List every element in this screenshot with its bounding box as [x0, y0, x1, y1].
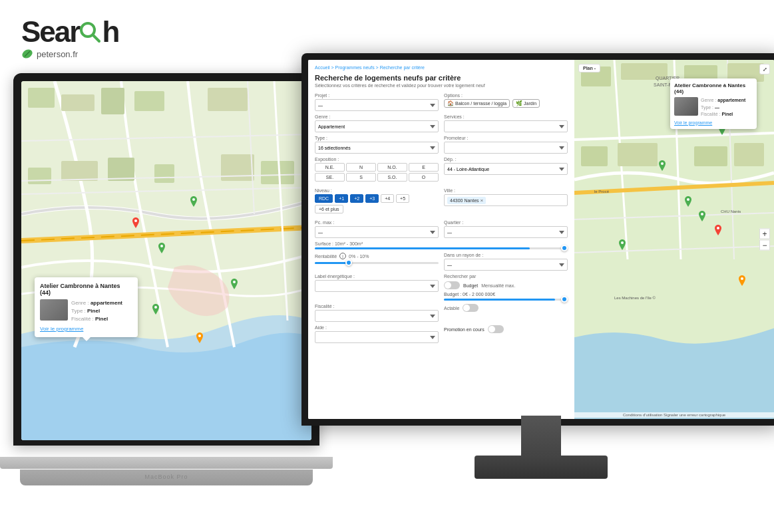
actable-toggle[interactable]: [463, 304, 479, 312]
rechercher-par-label: Rechercher par: [444, 274, 476, 279]
label-energetique-label: Label énergétique :: [315, 274, 439, 279]
surface-label: Surface : 10m² - 300m²: [315, 241, 568, 246]
svg-rect-41: [734, 143, 764, 166]
promotion-toggle[interactable]: [488, 325, 504, 333]
svg-point-26: [198, 334, 201, 337]
actable-row: Actable: [444, 304, 568, 312]
monitor-pin-3[interactable]: [684, 196, 692, 207]
rayon-select[interactable]: —: [444, 259, 568, 271]
monitor-pin-1[interactable]: [658, 160, 666, 171]
map-pin-3[interactable]: [230, 279, 238, 289]
budget-slider[interactable]: [444, 299, 568, 301]
exposure-no[interactable]: N.O.: [377, 163, 407, 172]
svg-text:le Procé: le Procé: [594, 190, 610, 194]
exposure-ne[interactable]: N.E.: [315, 163, 345, 172]
niveau-rdc[interactable]: RDC: [315, 194, 333, 203]
exposure-so[interactable]: S.O.: [377, 173, 407, 182]
niveau-3[interactable]: +3: [365, 194, 379, 203]
label-energetique-select[interactable]: [315, 280, 439, 292]
map-pin-4[interactable]: [132, 217, 140, 228]
budget-toggle[interactable]: [444, 281, 460, 289]
logo-search-h: h: [102, 17, 118, 47]
monitor-pin-6[interactable]: [618, 239, 626, 250]
genre-select[interactable]: Appartement: [315, 120, 439, 132]
map-pin-1[interactable]: [158, 243, 166, 253]
ville-input[interactable]: 44300 Nantes ×: [444, 194, 568, 206]
svg-point-21: [160, 245, 163, 247]
breadcrumb: Accueil > Programmes neufs > Recherche p…: [315, 65, 568, 70]
fiscalite-select[interactable]: [315, 310, 439, 322]
options-label: Options :: [444, 93, 568, 98]
monitor-pin-7[interactable]: [738, 275, 746, 286]
exposure-grid: N.E. N N.O. E SE. S S.O. O: [315, 163, 439, 182]
map-fullscreen-button[interactable]: ⤢: [759, 64, 770, 74]
svg-rect-7: [101, 88, 124, 114]
aide-label: Aide :: [315, 325, 439, 330]
option-jardin[interactable]: 🌿 Jardin: [512, 99, 540, 108]
svg-rect-10: [28, 168, 51, 184]
aide-select[interactable]: [315, 331, 439, 343]
svg-rect-11: [61, 161, 98, 181]
zoom-in-button[interactable]: +: [759, 229, 770, 239]
option-balcon[interactable]: 🏠 Balcon / terrasse / loggia: [444, 99, 510, 108]
monitor-popup-link[interactable]: Voir le programme: [674, 120, 753, 125]
map-pin-6[interactable]: [196, 332, 204, 343]
niveau-6plus[interactable]: +6 et plus: [315, 205, 343, 213]
type-select[interactable]: 16 sélectionnés: [315, 142, 439, 154]
surface-slider[interactable]: [315, 247, 568, 249]
niveau-1[interactable]: +1: [335, 194, 348, 203]
svg-point-54: [621, 241, 624, 244]
monitor-map-panel: QUARTIER SAINT-FÉLIX Île de Versailles l…: [574, 60, 774, 419]
promotion-label: Promotion en cours: [444, 327, 484, 332]
promotion-row: Promotion en cours: [444, 325, 568, 333]
mensualite-row: Budget Mensualité max.: [444, 281, 568, 289]
niveau-2[interactable]: +2: [350, 194, 363, 203]
exposition-label: Exposition :: [315, 157, 439, 162]
laptop-map: Atelier Cambronne à Nantes (44) Genre : …: [21, 81, 311, 440]
exposure-n[interactable]: N: [346, 163, 376, 172]
pc-max-select[interactable]: —: [315, 226, 439, 238]
map-zoom-controls: + −: [759, 229, 770, 251]
monitor-screen-outer: Accueil > Programmes neufs > Recherche p…: [301, 53, 774, 426]
laptop-popup-link[interactable]: Voir le programme: [40, 326, 132, 332]
map-pin-2[interactable]: [190, 196, 198, 207]
laptop-popup-title: Atelier Cambronne à Nantes (44): [40, 283, 132, 296]
ville-tag-remove[interactable]: ×: [481, 198, 484, 203]
ville-tag: 44300 Nantes ×: [447, 197, 486, 204]
exposure-s[interactable]: S: [346, 173, 376, 182]
svg-point-53: [717, 227, 719, 229]
exposure-se[interactable]: SE.: [315, 173, 345, 182]
mensualite-label: Mensualité max.: [481, 283, 515, 288]
rentabilite-info-icon[interactable]: i: [339, 253, 346, 259]
exposure-e[interactable]: E: [409, 163, 439, 172]
map-pin-5[interactable]: [152, 304, 160, 315]
projet-select[interactable]: —: [315, 99, 439, 111]
exposure-o[interactable]: O: [409, 173, 439, 182]
surface-row: Surface : 10m² - 300m²: [315, 241, 568, 249]
dep-select[interactable]: 44 - Loire-Atlantique: [444, 163, 568, 175]
actable-label: Actable: [444, 306, 459, 311]
niveau-5[interactable]: +5: [396, 194, 409, 203]
laptop: Atelier Cambronne à Nantes (44) Genre : …: [0, 73, 333, 525]
svg-rect-39: [618, 143, 658, 166]
monitor-base: [475, 456, 608, 479]
zoom-out-button[interactable]: −: [759, 240, 770, 251]
niveau-4[interactable]: +4: [381, 194, 394, 203]
svg-rect-38: [581, 146, 608, 166]
svg-rect-9: [208, 88, 248, 111]
rentabilite-slider[interactable]: [315, 262, 439, 264]
budget-row: Rechercher par: [444, 274, 568, 279]
monitor-pin-4[interactable]: [698, 211, 706, 221]
logo-search-text: Sear: [21, 17, 79, 47]
form-subtitle: Sélectionnez vos critères de recherche e…: [315, 83, 568, 88]
monitor: Accueil > Programmes neufs > Recherche p…: [301, 53, 774, 519]
quartier-label: Quartier :: [444, 220, 568, 225]
niveau-row: RDC +1 +2 +3 +4 +5 +6 et plus: [315, 194, 439, 213]
logo-peterson: peterson.fr: [37, 49, 78, 59]
quartier-select[interactable]: —: [444, 226, 568, 238]
svg-rect-15: [261, 161, 294, 184]
promoteur-select[interactable]: [444, 142, 568, 154]
services-select[interactable]: [444, 120, 568, 132]
monitor-pin-5[interactable]: [714, 225, 722, 235]
projet-label: Projet :: [315, 93, 439, 98]
